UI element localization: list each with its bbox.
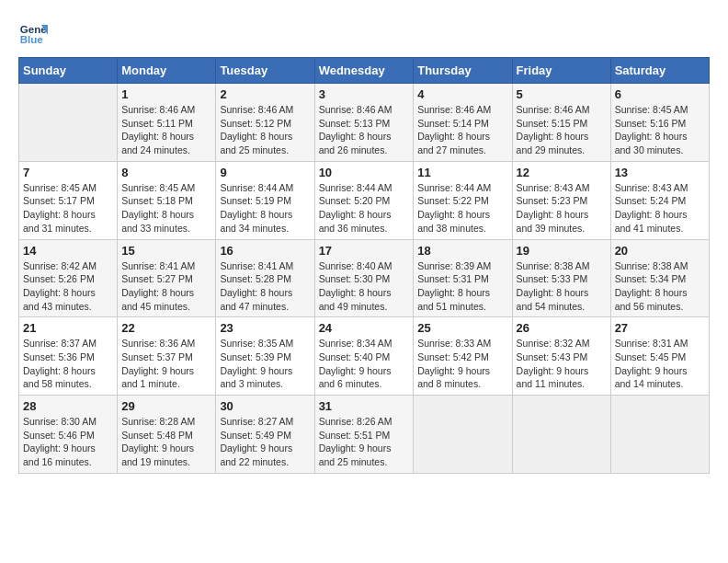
day-number: 20	[615, 244, 705, 258]
day-number: 30	[220, 399, 310, 413]
day-info: Sunrise: 8:37 AMSunset: 5:36 PMDaylight:…	[23, 337, 113, 391]
col-header-thursday: Thursday	[414, 58, 512, 84]
day-info: Sunrise: 8:45 AMSunset: 5:17 PMDaylight:…	[23, 181, 113, 236]
day-info: Sunrise: 8:42 AMSunset: 5:26 PMDaylight:…	[23, 259, 113, 314]
day-number: 27	[615, 321, 705, 335]
day-info: Sunrise: 8:30 AMSunset: 5:46 PMDaylight:…	[23, 415, 113, 469]
day-info: Sunrise: 8:39 AMSunset: 5:31 PMDaylight:…	[417, 259, 507, 314]
day-number: 9	[220, 166, 310, 179]
day-cell	[512, 396, 610, 474]
day-number: 25	[417, 321, 507, 335]
day-info: Sunrise: 8:31 AMSunset: 5:45 PMDaylight:…	[615, 337, 705, 391]
day-number: 1	[121, 87, 211, 101]
day-cell: 9Sunrise: 8:44 AMSunset: 5:19 PMDaylight…	[216, 161, 314, 239]
day-info: Sunrise: 8:46 AMSunset: 5:13 PMDaylight:…	[319, 103, 410, 157]
day-info: Sunrise: 8:35 AMSunset: 5:39 PMDaylight:…	[220, 337, 310, 391]
day-info: Sunrise: 8:41 AMSunset: 5:28 PMDaylight:…	[220, 259, 310, 314]
col-header-friday: Friday	[512, 58, 610, 84]
col-header-tuesday: Tuesday	[216, 58, 314, 84]
day-cell: 31Sunrise: 8:26 AMSunset: 5:51 PMDayligh…	[314, 396, 414, 474]
day-info: Sunrise: 8:33 AMSunset: 5:42 PMDaylight:…	[417, 337, 507, 391]
day-info: Sunrise: 8:27 AMSunset: 5:49 PMDaylight:…	[220, 415, 310, 469]
day-cell: 6Sunrise: 8:45 AMSunset: 5:16 PMDaylight…	[610, 84, 709, 162]
day-number: 19	[517, 244, 607, 258]
day-number: 22	[121, 321, 211, 335]
calendar-body: 1Sunrise: 8:46 AMSunset: 5:11 PMDaylight…	[19, 84, 710, 474]
day-number: 11	[417, 166, 507, 179]
day-number: 7	[23, 166, 113, 179]
day-info: Sunrise: 8:26 AMSunset: 5:51 PMDaylight:…	[319, 415, 410, 469]
day-cell: 21Sunrise: 8:37 AMSunset: 5:36 PMDayligh…	[19, 317, 118, 396]
day-cell: 25Sunrise: 8:33 AMSunset: 5:42 PMDayligh…	[414, 317, 512, 396]
day-cell: 1Sunrise: 8:46 AMSunset: 5:11 PMDaylight…	[118, 84, 216, 162]
day-number: 26	[517, 321, 607, 335]
day-number: 17	[319, 244, 410, 258]
col-header-sunday: Sunday	[19, 58, 118, 84]
day-number: 6	[615, 87, 705, 101]
day-number: 28	[23, 399, 113, 413]
day-cell: 20Sunrise: 8:38 AMSunset: 5:34 PMDayligh…	[610, 239, 709, 317]
day-cell: 30Sunrise: 8:27 AMSunset: 5:49 PMDayligh…	[216, 396, 314, 474]
day-cell: 8Sunrise: 8:45 AMSunset: 5:18 PMDaylight…	[118, 161, 216, 239]
day-number: 15	[121, 244, 211, 258]
day-info: Sunrise: 8:36 AMSunset: 5:37 PMDaylight:…	[121, 337, 211, 391]
day-number: 8	[121, 166, 211, 179]
day-cell: 22Sunrise: 8:36 AMSunset: 5:37 PMDayligh…	[118, 317, 216, 396]
day-info: Sunrise: 8:34 AMSunset: 5:40 PMDaylight:…	[319, 337, 410, 391]
day-number: 10	[319, 166, 410, 179]
day-cell	[414, 396, 512, 474]
day-cell: 29Sunrise: 8:28 AMSunset: 5:48 PMDayligh…	[118, 396, 216, 474]
day-number: 13	[615, 166, 705, 179]
day-cell: 7Sunrise: 8:45 AMSunset: 5:17 PMDaylight…	[19, 161, 118, 239]
day-number: 24	[319, 321, 410, 335]
day-cell: 11Sunrise: 8:44 AMSunset: 5:22 PMDayligh…	[414, 161, 512, 239]
week-row-5: 28Sunrise: 8:30 AMSunset: 5:46 PMDayligh…	[19, 396, 710, 474]
day-number: 31	[319, 399, 410, 413]
day-cell: 19Sunrise: 8:38 AMSunset: 5:33 PMDayligh…	[512, 239, 610, 317]
day-cell: 16Sunrise: 8:41 AMSunset: 5:28 PMDayligh…	[216, 239, 314, 317]
day-cell: 24Sunrise: 8:34 AMSunset: 5:40 PMDayligh…	[314, 317, 414, 396]
day-cell: 5Sunrise: 8:46 AMSunset: 5:15 PMDaylight…	[512, 84, 610, 162]
day-cell: 14Sunrise: 8:42 AMSunset: 5:26 PMDayligh…	[19, 239, 118, 317]
day-info: Sunrise: 8:44 AMSunset: 5:19 PMDaylight:…	[220, 181, 310, 236]
day-info: Sunrise: 8:32 AMSunset: 5:43 PMDaylight:…	[517, 337, 607, 391]
day-cell: 12Sunrise: 8:43 AMSunset: 5:23 PMDayligh…	[512, 161, 610, 239]
svg-text:Blue: Blue	[20, 34, 44, 45]
day-info: Sunrise: 8:40 AMSunset: 5:30 PMDaylight:…	[319, 259, 410, 314]
day-cell: 10Sunrise: 8:44 AMSunset: 5:20 PMDayligh…	[314, 161, 414, 239]
col-header-saturday: Saturday	[610, 58, 709, 84]
day-cell: 2Sunrise: 8:46 AMSunset: 5:12 PMDaylight…	[216, 84, 314, 162]
day-info: Sunrise: 8:44 AMSunset: 5:22 PMDaylight:…	[417, 181, 507, 236]
day-info: Sunrise: 8:43 AMSunset: 5:24 PMDaylight:…	[615, 181, 705, 236]
logo: General Blue	[18, 18, 48, 48]
day-info: Sunrise: 8:46 AMSunset: 5:12 PMDaylight:…	[220, 103, 310, 157]
day-number: 16	[220, 244, 310, 258]
calendar-header: SundayMondayTuesdayWednesdayThursdayFrid…	[19, 58, 710, 84]
day-number: 29	[121, 399, 211, 413]
day-number: 12	[517, 166, 607, 179]
day-cell: 3Sunrise: 8:46 AMSunset: 5:13 PMDaylight…	[314, 84, 414, 162]
day-info: Sunrise: 8:38 AMSunset: 5:34 PMDaylight:…	[615, 259, 705, 314]
day-info: Sunrise: 8:43 AMSunset: 5:23 PMDaylight:…	[517, 181, 607, 236]
day-info: Sunrise: 8:46 AMSunset: 5:14 PMDaylight:…	[417, 103, 507, 157]
page-header: General Blue	[18, 18, 710, 48]
day-info: Sunrise: 8:44 AMSunset: 5:20 PMDaylight:…	[319, 181, 410, 236]
week-row-4: 21Sunrise: 8:37 AMSunset: 5:36 PMDayligh…	[19, 317, 710, 396]
day-number: 5	[517, 87, 607, 101]
day-cell: 17Sunrise: 8:40 AMSunset: 5:30 PMDayligh…	[314, 239, 414, 317]
day-info: Sunrise: 8:28 AMSunset: 5:48 PMDaylight:…	[121, 415, 211, 469]
day-info: Sunrise: 8:38 AMSunset: 5:33 PMDaylight:…	[517, 259, 607, 314]
day-info: Sunrise: 8:45 AMSunset: 5:16 PMDaylight:…	[615, 103, 705, 157]
week-row-3: 14Sunrise: 8:42 AMSunset: 5:26 PMDayligh…	[19, 239, 710, 317]
day-number: 21	[23, 321, 113, 335]
day-cell	[610, 396, 709, 474]
day-cell: 18Sunrise: 8:39 AMSunset: 5:31 PMDayligh…	[414, 239, 512, 317]
logo-icon: General Blue	[18, 18, 48, 48]
col-header-monday: Monday	[118, 58, 216, 84]
day-cell: 28Sunrise: 8:30 AMSunset: 5:46 PMDayligh…	[19, 396, 118, 474]
day-number: 2	[220, 87, 310, 101]
day-cell: 15Sunrise: 8:41 AMSunset: 5:27 PMDayligh…	[118, 239, 216, 317]
week-row-2: 7Sunrise: 8:45 AMSunset: 5:17 PMDaylight…	[19, 161, 710, 239]
day-cell: 13Sunrise: 8:43 AMSunset: 5:24 PMDayligh…	[610, 161, 709, 239]
day-cell: 4Sunrise: 8:46 AMSunset: 5:14 PMDaylight…	[414, 84, 512, 162]
